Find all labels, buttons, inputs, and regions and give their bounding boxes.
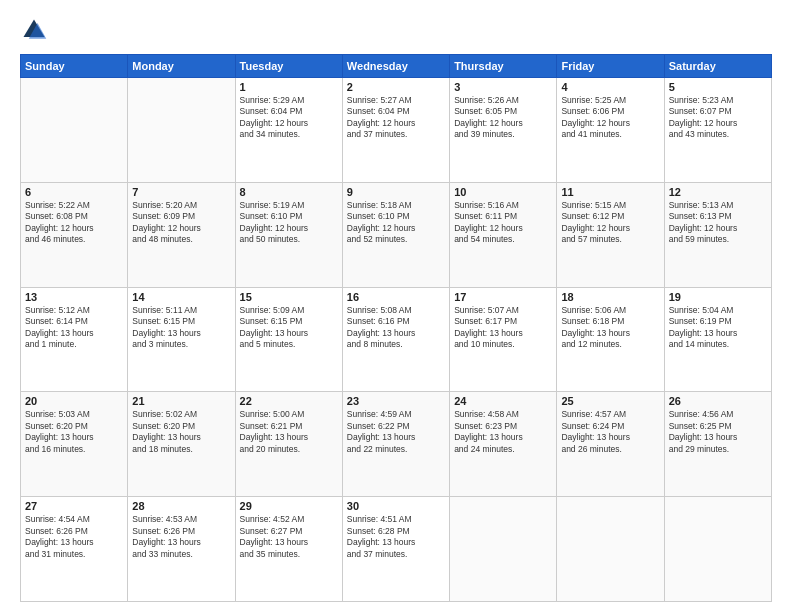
day-number: 11 [561, 186, 659, 198]
calendar-cell [557, 497, 664, 602]
day-number: 21 [132, 395, 230, 407]
cell-info: Sunrise: 4:59 AMSunset: 6:22 PMDaylight:… [347, 409, 445, 455]
cell-info: Sunrise: 5:25 AMSunset: 6:06 PMDaylight:… [561, 95, 659, 141]
day-number: 27 [25, 500, 123, 512]
calendar-cell: 2Sunrise: 5:27 AMSunset: 6:04 PMDaylight… [342, 78, 449, 183]
day-number: 15 [240, 291, 338, 303]
day-number: 6 [25, 186, 123, 198]
weekday-header: Friday [557, 55, 664, 78]
day-number: 3 [454, 81, 552, 93]
cell-info: Sunrise: 5:18 AMSunset: 6:10 PMDaylight:… [347, 200, 445, 246]
calendar-cell: 19Sunrise: 5:04 AMSunset: 6:19 PMDayligh… [664, 287, 771, 392]
day-number: 10 [454, 186, 552, 198]
weekday-header: Wednesday [342, 55, 449, 78]
day-number: 17 [454, 291, 552, 303]
cell-info: Sunrise: 5:03 AMSunset: 6:20 PMDaylight:… [25, 409, 123, 455]
calendar-cell: 3Sunrise: 5:26 AMSunset: 6:05 PMDaylight… [450, 78, 557, 183]
day-number: 18 [561, 291, 659, 303]
cell-info: Sunrise: 4:54 AMSunset: 6:26 PMDaylight:… [25, 514, 123, 560]
calendar-cell: 13Sunrise: 5:12 AMSunset: 6:14 PMDayligh… [21, 287, 128, 392]
calendar-cell: 6Sunrise: 5:22 AMSunset: 6:08 PMDaylight… [21, 182, 128, 287]
calendar-cell: 26Sunrise: 4:56 AMSunset: 6:25 PMDayligh… [664, 392, 771, 497]
calendar-cell [21, 78, 128, 183]
cell-info: Sunrise: 5:07 AMSunset: 6:17 PMDaylight:… [454, 305, 552, 351]
day-number: 7 [132, 186, 230, 198]
day-number: 26 [669, 395, 767, 407]
page: SundayMondayTuesdayWednesdayThursdayFrid… [0, 0, 792, 612]
calendar-cell: 23Sunrise: 4:59 AMSunset: 6:22 PMDayligh… [342, 392, 449, 497]
calendar-cell: 16Sunrise: 5:08 AMSunset: 6:16 PMDayligh… [342, 287, 449, 392]
cell-info: Sunrise: 5:19 AMSunset: 6:10 PMDaylight:… [240, 200, 338, 246]
cell-info: Sunrise: 4:51 AMSunset: 6:28 PMDaylight:… [347, 514, 445, 560]
day-number: 28 [132, 500, 230, 512]
day-number: 24 [454, 395, 552, 407]
calendar-cell: 29Sunrise: 4:52 AMSunset: 6:27 PMDayligh… [235, 497, 342, 602]
cell-info: Sunrise: 5:26 AMSunset: 6:05 PMDaylight:… [454, 95, 552, 141]
calendar-cell: 4Sunrise: 5:25 AMSunset: 6:06 PMDaylight… [557, 78, 664, 183]
cell-info: Sunrise: 4:52 AMSunset: 6:27 PMDaylight:… [240, 514, 338, 560]
cell-info: Sunrise: 5:29 AMSunset: 6:04 PMDaylight:… [240, 95, 338, 141]
cell-info: Sunrise: 5:02 AMSunset: 6:20 PMDaylight:… [132, 409, 230, 455]
day-number: 25 [561, 395, 659, 407]
cell-info: Sunrise: 5:06 AMSunset: 6:18 PMDaylight:… [561, 305, 659, 351]
calendar-cell: 30Sunrise: 4:51 AMSunset: 6:28 PMDayligh… [342, 497, 449, 602]
calendar-cell: 7Sunrise: 5:20 AMSunset: 6:09 PMDaylight… [128, 182, 235, 287]
day-number: 2 [347, 81, 445, 93]
calendar-cell: 5Sunrise: 5:23 AMSunset: 6:07 PMDaylight… [664, 78, 771, 183]
calendar-cell: 25Sunrise: 4:57 AMSunset: 6:24 PMDayligh… [557, 392, 664, 497]
day-number: 20 [25, 395, 123, 407]
calendar-cell: 28Sunrise: 4:53 AMSunset: 6:26 PMDayligh… [128, 497, 235, 602]
calendar-cell: 10Sunrise: 5:16 AMSunset: 6:11 PMDayligh… [450, 182, 557, 287]
cell-info: Sunrise: 5:23 AMSunset: 6:07 PMDaylight:… [669, 95, 767, 141]
calendar-cell: 15Sunrise: 5:09 AMSunset: 6:15 PMDayligh… [235, 287, 342, 392]
calendar-cell: 11Sunrise: 5:15 AMSunset: 6:12 PMDayligh… [557, 182, 664, 287]
day-number: 8 [240, 186, 338, 198]
cell-info: Sunrise: 5:12 AMSunset: 6:14 PMDaylight:… [25, 305, 123, 351]
calendar-cell: 9Sunrise: 5:18 AMSunset: 6:10 PMDaylight… [342, 182, 449, 287]
day-number: 9 [347, 186, 445, 198]
logo-icon [20, 16, 48, 44]
calendar-cell: 12Sunrise: 5:13 AMSunset: 6:13 PMDayligh… [664, 182, 771, 287]
calendar-week-row: 6Sunrise: 5:22 AMSunset: 6:08 PMDaylight… [21, 182, 772, 287]
day-number: 1 [240, 81, 338, 93]
cell-info: Sunrise: 4:58 AMSunset: 6:23 PMDaylight:… [454, 409, 552, 455]
calendar-cell: 21Sunrise: 5:02 AMSunset: 6:20 PMDayligh… [128, 392, 235, 497]
calendar-cell [450, 497, 557, 602]
calendar-cell: 24Sunrise: 4:58 AMSunset: 6:23 PMDayligh… [450, 392, 557, 497]
cell-info: Sunrise: 5:27 AMSunset: 6:04 PMDaylight:… [347, 95, 445, 141]
day-number: 14 [132, 291, 230, 303]
day-number: 12 [669, 186, 767, 198]
day-number: 5 [669, 81, 767, 93]
calendar-week-row: 27Sunrise: 4:54 AMSunset: 6:26 PMDayligh… [21, 497, 772, 602]
calendar-week-row: 1Sunrise: 5:29 AMSunset: 6:04 PMDaylight… [21, 78, 772, 183]
cell-info: Sunrise: 5:20 AMSunset: 6:09 PMDaylight:… [132, 200, 230, 246]
calendar-week-row: 13Sunrise: 5:12 AMSunset: 6:14 PMDayligh… [21, 287, 772, 392]
calendar-cell: 14Sunrise: 5:11 AMSunset: 6:15 PMDayligh… [128, 287, 235, 392]
calendar-cell: 8Sunrise: 5:19 AMSunset: 6:10 PMDaylight… [235, 182, 342, 287]
calendar-cell [128, 78, 235, 183]
calendar-week-row: 20Sunrise: 5:03 AMSunset: 6:20 PMDayligh… [21, 392, 772, 497]
day-number: 23 [347, 395, 445, 407]
cell-info: Sunrise: 5:04 AMSunset: 6:19 PMDaylight:… [669, 305, 767, 351]
cell-info: Sunrise: 5:15 AMSunset: 6:12 PMDaylight:… [561, 200, 659, 246]
day-number: 4 [561, 81, 659, 93]
calendar-cell: 17Sunrise: 5:07 AMSunset: 6:17 PMDayligh… [450, 287, 557, 392]
calendar-cell: 1Sunrise: 5:29 AMSunset: 6:04 PMDaylight… [235, 78, 342, 183]
day-number: 13 [25, 291, 123, 303]
header [20, 16, 772, 44]
cell-info: Sunrise: 5:09 AMSunset: 6:15 PMDaylight:… [240, 305, 338, 351]
cell-info: Sunrise: 5:16 AMSunset: 6:11 PMDaylight:… [454, 200, 552, 246]
calendar-cell: 20Sunrise: 5:03 AMSunset: 6:20 PMDayligh… [21, 392, 128, 497]
calendar-cell [664, 497, 771, 602]
calendar-table: SundayMondayTuesdayWednesdayThursdayFrid… [20, 54, 772, 602]
cell-info: Sunrise: 5:13 AMSunset: 6:13 PMDaylight:… [669, 200, 767, 246]
day-number: 30 [347, 500, 445, 512]
cell-info: Sunrise: 4:56 AMSunset: 6:25 PMDaylight:… [669, 409, 767, 455]
day-number: 19 [669, 291, 767, 303]
cell-info: Sunrise: 5:22 AMSunset: 6:08 PMDaylight:… [25, 200, 123, 246]
day-number: 16 [347, 291, 445, 303]
calendar-cell: 22Sunrise: 5:00 AMSunset: 6:21 PMDayligh… [235, 392, 342, 497]
cell-info: Sunrise: 4:53 AMSunset: 6:26 PMDaylight:… [132, 514, 230, 560]
cell-info: Sunrise: 4:57 AMSunset: 6:24 PMDaylight:… [561, 409, 659, 455]
cell-info: Sunrise: 5:11 AMSunset: 6:15 PMDaylight:… [132, 305, 230, 351]
